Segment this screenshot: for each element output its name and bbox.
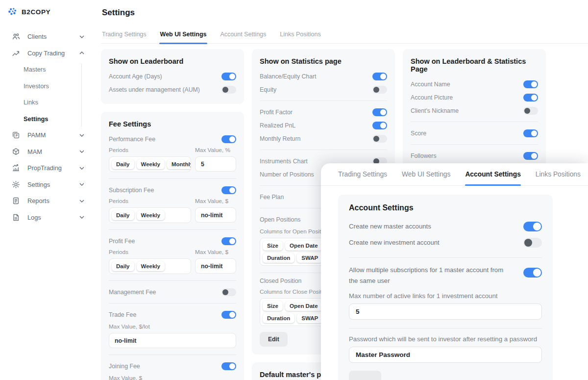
reset-password-input[interactable] — [349, 347, 542, 363]
toggle-followers[interactable] — [523, 152, 538, 160]
setting-row: Account Picture — [411, 91, 538, 104]
periods-label: Periods — [109, 249, 191, 255]
setting-label: Management Fee — [109, 289, 156, 296]
sidebar: B2COPY Clients — [0, 0, 96, 380]
chip-open-date[interactable]: Open Date — [285, 301, 322, 311]
toggle-multiple-subscriptions[interactable] — [523, 268, 542, 278]
toggle-score[interactable] — [523, 129, 538, 137]
sidebar-item-label: Clients — [27, 33, 79, 40]
chip-weekly[interactable]: Weekly — [137, 261, 165, 271]
chip-weekly[interactable]: Weekly — [137, 210, 165, 220]
chevron-down-icon — [79, 183, 84, 186]
toggle-knob — [524, 108, 530, 114]
chip-size[interactable]: Size — [263, 241, 283, 251]
toggle-knob — [222, 289, 228, 295]
edit-button[interactable]: Edit — [260, 332, 288, 347]
chip-monthly[interactable]: Monthly — [167, 159, 191, 169]
setting-label: Realized PnL — [260, 122, 295, 129]
toggle-monthly-return[interactable] — [372, 135, 387, 143]
chip-open-date[interactable]: Open Date — [285, 241, 322, 251]
setting-row: Realized PnL — [260, 119, 387, 132]
card-leaderboard-statistics: Show on Leaderboard & Statistics Page Ac… — [403, 49, 546, 170]
sidebar-item-copy-trading[interactable]: Copy Trading — [0, 45, 96, 62]
toggle-profit-fee[interactable] — [221, 237, 236, 245]
tab-trading-settings[interactable]: Trading Settings — [101, 29, 147, 43]
sidebar-item-masters[interactable]: Masters — [0, 61, 96, 78]
max-value-input[interactable] — [195, 156, 236, 172]
sidebar-item-label: Logs — [27, 214, 79, 221]
tab-web-ui-settings[interactable]: Web UI Settings — [159, 29, 208, 43]
chip-size[interactable]: Size — [263, 301, 283, 311]
chip-swap[interactable]: SWAP — [297, 313, 322, 323]
max-value-input[interactable] — [195, 258, 236, 274]
brand-name: B2COPY — [22, 8, 50, 16]
toggle-aum[interactable] — [221, 86, 236, 94]
fee-profit-fields: Periods Daily Weekly Max Value, $ — [109, 249, 236, 274]
brand-logo[interactable]: B2COPY — [8, 7, 50, 17]
sidebar-item-mam[interactable]: MAM — [0, 144, 96, 160]
overlay-tab-links-positions[interactable]: Links Positions — [536, 163, 581, 185]
setting-label: Account Age (Days) — [109, 73, 162, 80]
chip-swap[interactable]: SWAP — [297, 253, 322, 263]
setting-row: Account Name — [411, 77, 538, 91]
sidebar-item-investors[interactable]: Investors — [0, 78, 96, 95]
sidebar-item-settings-nav[interactable]: Settings — [0, 177, 96, 193]
sidebar-item-settings-active[interactable]: Settings — [0, 111, 96, 127]
setting-label: Instruments Chart — [260, 158, 308, 165]
sidebar-item-proptrading[interactable]: PropTrading — [0, 160, 96, 177]
toggle-equity[interactable] — [372, 86, 387, 94]
toggle-account-name[interactable] — [523, 80, 538, 88]
chip-daily[interactable]: Daily — [112, 210, 134, 220]
tab-account-settings[interactable]: Account Settings — [219, 29, 267, 43]
sidebar-item-logs[interactable]: Logs — [0, 209, 96, 226]
setting-label: Allow multiple subscriptions for 1 maste… — [349, 265, 506, 286]
reports-icon — [12, 197, 20, 205]
toggle-knob — [380, 123, 386, 128]
sidebar-item-links[interactable]: Links — [0, 94, 96, 111]
sidebar-item-pamm[interactable]: P PAMM — [0, 127, 96, 144]
overlay-tab-web-ui-settings[interactable]: Web UI Settings — [402, 163, 450, 185]
chip-duration[interactable]: Duration — [263, 253, 294, 263]
page-title: Settings — [102, 8, 135, 18]
chip-daily[interactable]: Daily — [112, 159, 134, 169]
toggle-balance-equity-chart[interactable] — [372, 73, 387, 80]
max-value-input[interactable] — [109, 333, 236, 348]
overlay-tab-account-settings[interactable]: Account Settings — [465, 163, 520, 185]
max-links-input[interactable] — [349, 304, 542, 320]
chip-daily[interactable]: Daily — [112, 261, 134, 271]
toggle-realized-pnl[interactable] — [372, 122, 387, 129]
max-value-input[interactable] — [195, 207, 236, 223]
card-title: Show on Leaderboard & Statistics Page — [411, 57, 538, 73]
toggle-clients-nickname[interactable] — [523, 107, 538, 115]
setting-label: Create new investment account — [349, 239, 440, 246]
toggle-account-picture[interactable] — [523, 94, 538, 101]
tab-links-positions[interactable]: Links Positions — [279, 29, 321, 43]
toggle-knob — [229, 312, 235, 318]
setting-label: Client's Nickname — [411, 107, 459, 114]
toggle-create-investment-account[interactable] — [523, 238, 542, 248]
toggle-subscription-fee[interactable] — [221, 186, 236, 194]
chip-duration[interactable]: Duration — [263, 313, 294, 323]
toggle-create-master-accounts[interactable] — [523, 222, 542, 231]
toggle-performance-fee[interactable] — [221, 135, 236, 143]
sidebar-item-clients[interactable]: Clients — [0, 28, 96, 45]
overlay-bottom-button[interactable] — [349, 371, 381, 380]
toggle-joining-fee[interactable] — [221, 362, 236, 370]
periods-chip-group: Daily Weekly Monthly — [109, 156, 191, 172]
card-title: Show on Leaderboard — [109, 57, 236, 65]
chip-weekly[interactable]: Weekly — [137, 159, 165, 169]
toggle-account-age[interactable] — [221, 73, 236, 80]
card-fee-settings: Fee Settings Performance Fee Periods Dai… — [101, 112, 244, 380]
overlay-tab-trading-settings[interactable]: Trading Settings — [338, 163, 387, 185]
setting-label: Subscription Fee — [109, 187, 154, 194]
sidebar-item-reports[interactable]: Reports — [0, 193, 96, 209]
toggle-knob — [380, 109, 386, 115]
setting-label: Fee Plan — [260, 194, 284, 201]
toggle-management-fee[interactable] — [221, 288, 236, 296]
chevron-down-icon — [79, 150, 84, 153]
setting-row: Joining Fee — [109, 359, 236, 373]
setting-label: Profit Factor — [260, 109, 293, 116]
toggle-profit-factor[interactable] — [372, 108, 387, 116]
chevron-down-icon — [79, 35, 84, 38]
toggle-trade-fee[interactable] — [221, 311, 236, 319]
